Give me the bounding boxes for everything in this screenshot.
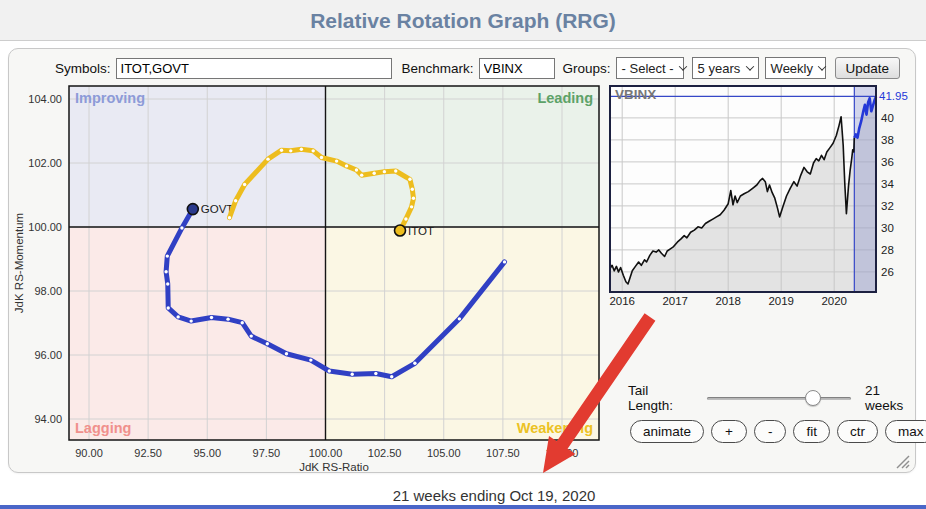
tail-period-highlight: [854, 86, 876, 292]
update-button[interactable]: Update: [835, 57, 901, 79]
symbols-input[interactable]: [116, 58, 392, 79]
x-tick-label: 105.00: [427, 447, 461, 459]
x-tick-label: 95.00: [193, 447, 221, 459]
price-tick-label: 30: [881, 222, 894, 234]
y-tick-label: 96.00: [34, 349, 62, 361]
x-tick-label: 107.50: [486, 447, 520, 459]
slider-knob[interactable]: [805, 390, 821, 406]
rrg-button-fit[interactable]: fit: [793, 420, 830, 443]
rrg-button-max[interactable]: max: [885, 420, 926, 443]
benchmark-chart-title: VBINX: [615, 87, 656, 102]
tail-length-label: Tail Length:: [628, 383, 695, 413]
x-tick-label: 90.00: [75, 447, 103, 459]
last-value-label: 41.95: [879, 90, 908, 102]
y-tick-label: 104.00: [28, 93, 62, 105]
price-tick-label: 28: [881, 244, 894, 256]
app-header: Relative Rotation Graph (RRG): [0, 0, 926, 41]
itot-marker-label: ITOT: [408, 225, 434, 237]
rrg-buttons: animate+-fitctrmax: [630, 420, 926, 443]
x-tick-label: 92.50: [134, 447, 162, 459]
rrg-app: Relative Rotation Graph (RRG) Symbols: B…: [0, 0, 926, 509]
groups-select[interactable]: - Select -: [616, 57, 684, 79]
price-tick-label: 26: [881, 266, 894, 278]
benchmark-label: Benchmark:: [402, 61, 474, 76]
y-tick-label: 94.00: [34, 413, 62, 425]
footer-caption: 21 weeks ending Oct 19, 2020: [0, 487, 926, 504]
govt-marker[interactable]: [187, 204, 198, 215]
rrg-button-plus[interactable]: +: [711, 420, 747, 443]
price-tick-label: 40: [881, 112, 894, 124]
weakening-quadrant: [326, 227, 600, 440]
benchmark-chart: VBINX20162017201820192020262830323436384…: [601, 81, 917, 313]
price-tick-label: 38: [881, 134, 894, 146]
lagging-quadrant-label: Lagging: [75, 420, 131, 436]
rrg-chart: ImprovingLeadingLaggingWeakening90.0092.…: [9, 81, 621, 473]
period-select-value: 5 years: [698, 61, 741, 76]
rrg-button-animate[interactable]: animate: [630, 420, 704, 443]
groups-select-value: - Select -: [622, 61, 674, 76]
year-tick-label: 2020: [821, 295, 847, 307]
x-axis-title: JdK RS-Ratio: [299, 461, 369, 473]
x-tick-label: 102.50: [368, 447, 402, 459]
y-axis-title: JdK RS-Momentum: [13, 213, 25, 313]
chevron-down-icon: [818, 62, 826, 70]
frequency-select-value: Weekly: [771, 61, 813, 76]
price-tick-label: 36: [881, 156, 894, 168]
year-tick-label: 2017: [662, 295, 688, 307]
year-tick-label: 2019: [768, 295, 794, 307]
improving-quadrant-label: Improving: [75, 90, 145, 106]
bottom-accent-bar: [0, 505, 926, 509]
x-tick-label: 110.00: [546, 447, 579, 459]
year-tick-label: 2016: [609, 295, 635, 307]
period-select[interactable]: 5 years: [692, 57, 759, 79]
y-tick-label: 100.00: [28, 221, 62, 233]
symbols-label: Symbols:: [55, 61, 111, 76]
leading-quadrant: [326, 86, 600, 227]
year-tick-label: 2018: [715, 295, 741, 307]
rrg-button-minus[interactable]: -: [754, 420, 787, 443]
x-tick-label: 97.50: [253, 447, 281, 459]
page-title: Relative Rotation Graph (RRG): [0, 0, 926, 41]
itot-marker[interactable]: [394, 225, 405, 236]
chevron-down-icon: [678, 62, 686, 70]
rrg-button-ctr[interactable]: ctr: [837, 420, 878, 443]
weakening-quadrant-label: Weakening: [517, 420, 593, 436]
benchmark-input[interactable]: [479, 58, 555, 79]
lagging-quadrant: [69, 227, 326, 440]
tail-length-control: Tail Length: 21 weeks: [628, 385, 920, 411]
tail-length-value: 21 weeks: [865, 383, 920, 413]
frequency-select[interactable]: Weekly: [765, 57, 826, 79]
leading-quadrant-label: Leading: [537, 90, 593, 106]
x-tick-label: 100.00: [309, 447, 343, 459]
price-tick-label: 34: [881, 178, 894, 190]
y-tick-label: 102.00: [28, 157, 62, 169]
main-panel: Symbols: Benchmark: Groups: - Select - 5…: [8, 48, 916, 473]
tail-length-slider[interactable]: [707, 389, 852, 407]
y-tick-label: 98.00: [34, 285, 62, 297]
groups-label: Groups:: [563, 61, 611, 76]
price-tick-label: 32: [881, 200, 894, 212]
chevron-down-icon: [745, 62, 753, 70]
resize-handle-icon[interactable]: [894, 453, 910, 469]
slider-track[interactable]: [707, 397, 852, 400]
toolbar: Symbols: Benchmark: Groups: - Select - 5…: [55, 56, 900, 80]
